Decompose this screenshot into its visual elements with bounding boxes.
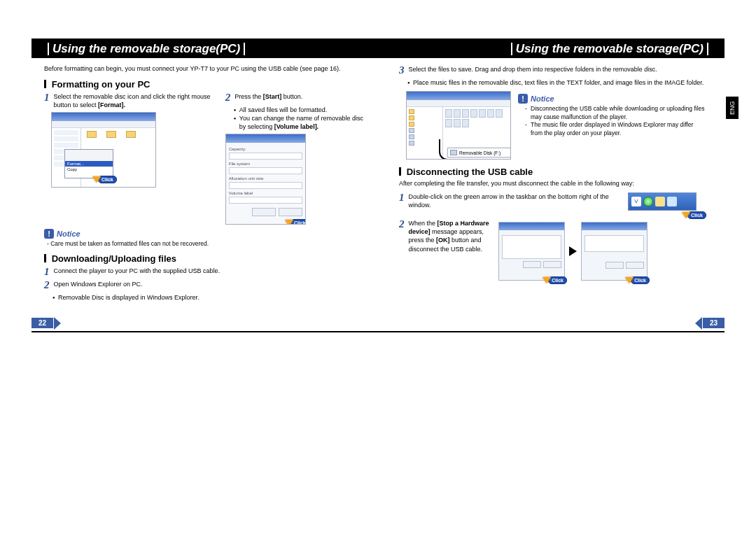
header-divider-icon [511, 43, 512, 55]
drive-icon [409, 128, 414, 133]
header-divider-icon [707, 43, 708, 55]
window-titlebar [499, 223, 564, 230]
tray-app-icon: V [631, 197, 641, 206]
window-toolbar [407, 100, 510, 107]
click-callout: Click [682, 211, 706, 219]
page-spread: Before formatting can begin, you must co… [31, 58, 724, 331]
notice-label: Notice [531, 94, 554, 103]
folder-icon [126, 131, 136, 138]
step-number-icon: 2 [44, 280, 50, 290]
notice-dash-2: The music file order displayed in Window… [525, 121, 705, 137]
step-number-icon: 3 [399, 65, 405, 76]
notice-icon: ! [518, 94, 528, 104]
download-step-2-text: Open Windows Explorer on PC. [54, 280, 143, 290]
cursor-icon [285, 220, 293, 225]
download-step-1-text: Connect the player to your PC with the s… [54, 267, 220, 277]
formatting-step-1-text: Select the removable disc icon and click… [54, 92, 216, 109]
section-download-heading: Downloading/Uploading files [44, 253, 365, 264]
click-callout: Click [542, 276, 567, 284]
header-divider-icon [48, 43, 49, 55]
window-titlebar [52, 113, 155, 121]
context-menu-format: Format... [65, 161, 113, 167]
download-step-2: 2 Open Windows Explorer on PC. [44, 280, 365, 290]
right-page: ENG 3 Select the files to save. Drag and… [378, 58, 724, 331]
step-number-icon: 1 [44, 92, 50, 109]
header-bar: Using the removable storage(PC) Using th… [31, 40, 724, 58]
formatting-step-2-text: Press the [Start] button. [234, 92, 302, 103]
click-callout: Click [92, 176, 117, 183]
folder-icon [409, 122, 414, 127]
explorer-screenshot-right: Removable Disk (F:) [406, 91, 511, 160]
folder-icon [409, 109, 414, 114]
notice-label: Notice [57, 230, 80, 238]
cursor-icon [92, 176, 101, 183]
click-callout: Click [625, 276, 650, 284]
cursor-icon [625, 277, 634, 283]
intro-text: Before formatting can begin, you must co… [44, 65, 365, 73]
drive-icon [450, 150, 457, 155]
formatting-bullet-b: You can change the name of removable dis… [234, 114, 365, 131]
window-titlebar [226, 134, 305, 143]
context-menu-item [65, 150, 113, 155]
header-divider-icon [244, 43, 245, 55]
stop-hardware-dialog-2: Click [581, 222, 648, 281]
folder-icon [106, 131, 116, 138]
stop-hardware-dialog-1: Click [498, 222, 565, 281]
disconnect-step-1: 1 Double-click on the green arrow in the… [399, 192, 620, 209]
section-disconnect-heading: Disconnecting the USB cable [399, 167, 705, 177]
heading-bar-icon [44, 254, 46, 262]
page-number-right: 23 [695, 317, 724, 330]
removable-disk-callout: Removable Disk (F:) [447, 148, 511, 157]
folder-icon [87, 131, 97, 138]
formatting-step-2: 2 Press the [Start] button. [225, 92, 365, 103]
drive-icon [409, 134, 414, 139]
explorer-screenshot: Format... Copy Click [51, 112, 156, 188]
step-number-icon: 1 [44, 267, 50, 277]
page-number-left: 22 [31, 317, 61, 330]
right-step-3: 3 Select the files to save. Drag and dro… [399, 65, 705, 76]
cursor-icon [682, 212, 690, 218]
folder-icon [409, 115, 414, 120]
disconnect-intro: After completing the file transfer, you … [399, 180, 705, 188]
step-number-icon: 2 [399, 219, 405, 253]
removable-disk-label: Removable Disk (F:) [459, 150, 500, 155]
disconnect-step-2: 2 When the [Stop a Hardware device] mess… [399, 219, 490, 253]
step-number-icon: 1 [399, 192, 405, 209]
notice-dash-list: Disconnecting the USB cable while downlo… [518, 105, 705, 137]
format-start-button [252, 208, 276, 216]
safely-remove-icon [643, 197, 653, 206]
click-label: Click [98, 176, 117, 183]
section-formatting-title: Formatting on your PC [52, 79, 150, 90]
disconnect-step-2-text: When the [Stop a Hardware device] messag… [409, 219, 491, 253]
manual-spread: Using the removable storage(PC) Using th… [31, 38, 724, 332]
notice-icon: ! [44, 229, 54, 239]
download-step-1: 1 Connect the player to your PC with the… [44, 267, 365, 277]
drive-icon [409, 141, 414, 146]
format-dialog-screenshot: Capacity: File system Allocation unit si… [225, 134, 306, 225]
language-tab: ENG [726, 97, 738, 119]
cursor-icon [542, 277, 551, 283]
window-titlebar [407, 92, 510, 100]
section-download-title: Downloading/Uploading files [52, 253, 176, 264]
notice-dash-1: Disconnecting the USB cable while downlo… [525, 105, 705, 121]
click-callout: Click [285, 219, 306, 225]
heading-bar-icon [399, 167, 401, 176]
folder-tree [407, 107, 443, 159]
notice-text: - Care must be taken as formatted files … [47, 240, 365, 248]
left-page: Before formatting can begin, you must co… [31, 58, 378, 331]
step-number-icon: 2 [225, 92, 231, 103]
header-title-left: Using the removable storage(PC) [52, 42, 240, 56]
heading-bar-icon [44, 80, 46, 88]
section-formatting-heading: Formatting on your PC [44, 79, 365, 90]
format-close-button [279, 208, 302, 216]
click-label: Click [548, 276, 567, 284]
window-titlebar [582, 223, 647, 230]
notice-heading: ! Notice [518, 94, 705, 104]
right-step-3-text: Select the files to save. Drag and drop … [409, 65, 657, 76]
taskbar-tray-screenshot: V [628, 192, 696, 211]
notice-heading: ! Notice [44, 229, 365, 239]
tray-app-icon [667, 197, 677, 206]
formatting-step-1: 1 Select the removable disc icon and cli… [44, 92, 216, 109]
context-menu-item [65, 155, 113, 161]
window-toolbar [52, 121, 155, 128]
